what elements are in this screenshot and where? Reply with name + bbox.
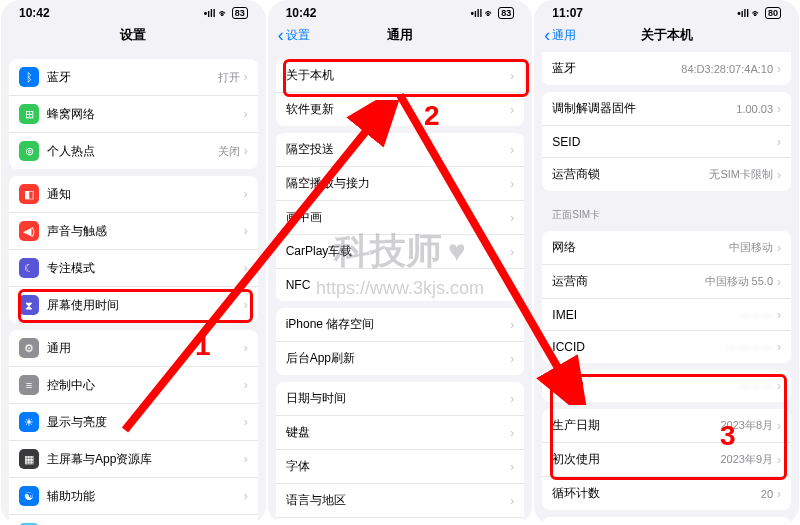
settings-row[interactable]: 运营商中国移动 55.0›: [542, 265, 791, 299]
settings-row[interactable]: IMEI2··· ··· ···›: [542, 370, 791, 402]
section-header: 正面SIM卡: [534, 198, 799, 224]
back-button[interactable]: 设置: [278, 27, 310, 44]
row-label: 生产日期: [552, 417, 720, 434]
chevron-right-icon: ›: [777, 275, 781, 289]
settings-row[interactable]: 循环计数20›: [542, 477, 791, 510]
row-label: 后台App刷新: [286, 350, 511, 367]
hotspot-icon: ⊚: [19, 141, 39, 161]
settings-row[interactable]: 隔空播放与接力›: [276, 167, 525, 201]
row-label: 主屏幕与App资源库: [47, 451, 244, 468]
cell-icon: ⊞: [19, 104, 39, 124]
row-label: 软件更新: [286, 101, 511, 118]
settings-row[interactable]: ⊚个人热点关闭›: [9, 133, 258, 169]
row-label: CarPlay车载: [286, 243, 511, 260]
settings-row[interactable]: ◀)声音与触感›: [9, 213, 258, 250]
row-label: 隔空播放与接力: [286, 175, 511, 192]
time: 11:07: [552, 6, 583, 20]
settings-row[interactable]: ⊞蜂窝网络›: [9, 96, 258, 133]
row-label: 屏幕使用时间: [47, 297, 244, 314]
row-label: 运营商: [552, 273, 704, 290]
settings-row[interactable]: 运营商锁无SIM卡限制›: [542, 158, 791, 191]
settings-row[interactable]: ICCID··· ··· ··· ···›: [542, 331, 791, 363]
settings-row[interactable]: ❀墙纸›: [9, 515, 258, 525]
settings-row[interactable]: NFC›: [276, 269, 525, 301]
settings-row[interactable]: ☀显示与亮度›: [9, 404, 258, 441]
chevron-right-icon: ›: [510, 103, 514, 117]
settings-row[interactable]: 生产日期2023年8月›: [542, 409, 791, 443]
settings-row[interactable]: 词典›: [276, 518, 525, 525]
signal-icon: •ıll: [737, 8, 749, 19]
chevron-right-icon: ›: [244, 298, 248, 312]
settings-group: IMEI2··· ··· ···›: [542, 370, 791, 402]
settings-row[interactable]: 蓝牙84:D3:28:07:4A:10›: [542, 52, 791, 85]
row-value: 打开: [218, 70, 240, 85]
wifi-icon: ᯤ: [485, 8, 495, 19]
settings-row[interactable]: ☾专注模式›: [9, 250, 258, 287]
about-list[interactable]: 蓝牙84:D3:28:07:4A:10›调制解调器固件1.00.03›SEID›…: [534, 52, 799, 525]
battery-icon: 80: [765, 7, 781, 19]
chevron-right-icon: ›: [777, 308, 781, 322]
settings-row[interactable]: 字体›: [276, 450, 525, 484]
settings-row[interactable]: SEID›: [542, 126, 791, 158]
status-bar: 11:07 •ıll ᯤ 80: [534, 0, 799, 22]
row-label: 键盘: [286, 424, 511, 441]
settings-group: 蓝牙84:D3:28:07:4A:10›: [542, 52, 791, 85]
title-bar: 设置 通用: [268, 22, 533, 52]
chevron-right-icon: ›: [777, 135, 781, 149]
row-value: 20: [761, 488, 773, 500]
chevron-right-icon: ›: [244, 341, 248, 355]
settings-row[interactable]: 画中画›: [276, 201, 525, 235]
settings-row[interactable]: 语言与地区›: [276, 484, 525, 518]
row-label: ICCID: [552, 340, 727, 354]
chevron-right-icon: ›: [510, 211, 514, 225]
settings-group: 日期与时间›键盘›字体›语言与地区›词典›: [276, 382, 525, 525]
row-label: 声音与触感: [47, 223, 244, 240]
moon-icon: ☾: [19, 258, 39, 278]
settings-row[interactable]: ◧通知›: [9, 176, 258, 213]
settings-row[interactable]: 关于本机›: [276, 59, 525, 93]
page-title: 关于本机: [641, 26, 693, 44]
sun-icon: ☀: [19, 412, 39, 432]
settings-row[interactable]: 隔空投送›: [276, 133, 525, 167]
settings-row[interactable]: 后台App刷新›: [276, 342, 525, 375]
row-label: 蓝牙: [47, 69, 218, 86]
settings-row[interactable]: 初次使用2023年9月›: [542, 443, 791, 477]
row-label: 语言与地区: [286, 492, 511, 509]
settings-row[interactable]: CarPlay车载›: [276, 235, 525, 269]
back-button[interactable]: 通用: [544, 27, 576, 44]
settings-row[interactable]: ☯辅助功能›: [9, 478, 258, 515]
settings-row[interactable]: 调制解调器固件1.00.03›: [542, 92, 791, 126]
settings-row[interactable]: 软件更新›: [276, 93, 525, 126]
speaker-icon: ◀): [19, 221, 39, 241]
chevron-right-icon: ›: [777, 453, 781, 467]
settings-row[interactable]: ᛒ蓝牙打开›: [9, 59, 258, 96]
row-label: SEID: [552, 135, 777, 149]
settings-row[interactable]: 证书信任设置›: [542, 517, 791, 525]
row-value: 中国移动: [729, 240, 773, 255]
chevron-right-icon: ›: [777, 62, 781, 76]
settings-row[interactable]: iPhone 储存空间›: [276, 308, 525, 342]
settings-group: 调制解调器固件1.00.03›SEID›运营商锁无SIM卡限制›: [542, 92, 791, 191]
chevron-right-icon: ›: [244, 70, 248, 84]
row-value: 1.00.03: [736, 103, 773, 115]
chevron-right-icon: ›: [244, 224, 248, 238]
settings-list[interactable]: ᛒ蓝牙打开›⊞蜂窝网络›⊚个人热点关闭›◧通知›◀)声音与触感›☾专注模式›⧗屏…: [1, 52, 266, 525]
settings-group: 隔空投送›隔空播放与接力›画中画›CarPlay车载›NFC›: [276, 133, 525, 301]
settings-row[interactable]: ⚙通用›: [9, 330, 258, 367]
settings-row[interactable]: ⧗屏幕使用时间›: [9, 287, 258, 323]
chevron-right-icon: ›: [510, 318, 514, 332]
settings-row[interactable]: ≡控制中心›: [9, 367, 258, 404]
chevron-right-icon: ›: [510, 245, 514, 259]
settings-row[interactable]: IMEI··· ··· ···›: [542, 299, 791, 331]
row-label: 通知: [47, 186, 244, 203]
row-value: 关闭: [218, 144, 240, 159]
general-list[interactable]: 关于本机›软件更新›隔空投送›隔空播放与接力›画中画›CarPlay车载›NFC…: [268, 52, 533, 525]
row-label: 辅助功能: [47, 488, 244, 505]
settings-row[interactable]: 网络中国移动›: [542, 231, 791, 265]
row-label: 运营商锁: [552, 166, 709, 183]
settings-row[interactable]: 键盘›: [276, 416, 525, 450]
chevron-right-icon: ›: [244, 144, 248, 158]
settings-row[interactable]: 日期与时间›: [276, 382, 525, 416]
settings-row[interactable]: ▦主屏幕与App资源库›: [9, 441, 258, 478]
row-label: 日期与时间: [286, 390, 511, 407]
